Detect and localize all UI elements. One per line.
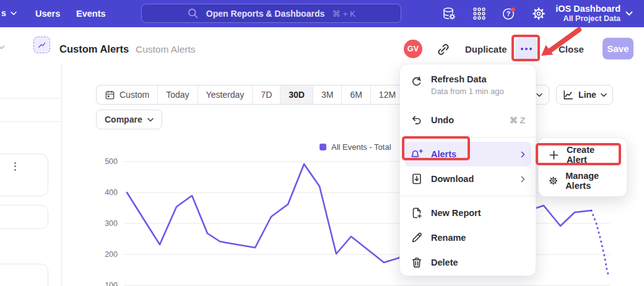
search-bar[interactable]: Open Reports & Dashboards ⌘ + K: [141, 4, 401, 23]
notification-dot: [511, 7, 515, 12]
menu-item-undo[interactable]: Undo ⌘ Z: [404, 108, 531, 132]
menu-item-label: Download: [431, 174, 474, 184]
data-management-icon[interactable]: [442, 6, 456, 21]
kebab-menu-icon[interactable]: [14, 160, 16, 172]
toolbar-divider: [546, 38, 546, 59]
refresh-icon: [411, 76, 423, 88]
compare-button[interactable]: Compare: [96, 110, 162, 129]
menu-item-sublabel: Data from 1 min ago: [431, 87, 504, 96]
chevron-right-icon: [521, 151, 525, 158]
save-button[interactable]: Save: [603, 38, 633, 59]
menu-item-label: New Report: [431, 208, 481, 218]
alerts-submenu: Create Alert Manage Alerts: [538, 137, 627, 197]
save-button-label: Save: [607, 43, 629, 54]
report-icon: [33, 37, 50, 53]
menu-item-refresh-data[interactable]: Refresh Data Data from 1 min ago: [404, 71, 531, 108]
date-range-6m[interactable]: 6M: [342, 85, 370, 104]
trash-icon: [411, 256, 423, 269]
menu-item-shortcut: ⌘ Z: [510, 115, 526, 125]
legend-item[interactable]: All Events - Total: [320, 142, 391, 152]
cropped-element-fragment: [0, 45, 5, 50]
pencil-icon: [411, 232, 423, 244]
report-toolbar: Custom Alerts Custom Alerts GV Duplicate…: [0, 27, 644, 64]
page-title: Custom Alerts: [59, 43, 129, 55]
submenu-item-create-alert[interactable]: Create Alert: [544, 142, 622, 168]
date-range-label: Yesterday: [206, 90, 245, 100]
sidebar-card: [0, 205, 48, 229]
legend-label: All Events - Total: [331, 142, 391, 152]
menu-item-delete[interactable]: Delete: [404, 250, 531, 275]
date-range-yesterday[interactable]: Yesterday: [198, 85, 253, 104]
date-range-today[interactable]: Today: [158, 85, 198, 104]
bell-plus-icon: [411, 148, 423, 160]
menu-item-download[interactable]: Download: [404, 167, 531, 191]
chevron-down-icon: [536, 93, 542, 97]
avatar[interactable]: GV: [404, 40, 422, 58]
more-options-button[interactable]: [515, 38, 537, 60]
search-icon: [187, 7, 199, 19]
chevron-down-icon: [601, 93, 607, 97]
top-navigation-bar: s Users Events Open Reports & Dashboards…: [0, 0, 644, 27]
nav-cropped-label: s: [1, 8, 6, 18]
submenu-item-label: Manage Alerts: [565, 171, 617, 191]
chart-type-button[interactable]: Line: [556, 85, 613, 105]
project-title: iOS Dashboard: [549, 3, 620, 14]
line-chart-icon: [562, 89, 574, 101]
chevron-down-icon: [147, 118, 154, 122]
menu-divider: [400, 137, 536, 137]
sidebar-card: [0, 154, 48, 196]
plus-icon: [549, 150, 559, 160]
download-icon: [411, 173, 423, 185]
sidebar-row-divider: [0, 98, 61, 98]
svg-text:500: 500: [105, 157, 118, 166]
menu-item-label: Rename: [431, 233, 466, 243]
sidebar-card: [0, 264, 48, 286]
nav-item-cropped[interactable]: s: [1, 8, 17, 18]
search-placeholder: Open Reports & Dashboards: [206, 9, 324, 19]
undo-icon: [411, 114, 423, 126]
breadcrumb: Custom Alerts: [136, 44, 195, 55]
date-range-custom[interactable]: Custom: [97, 85, 158, 104]
date-range-label: 6M: [350, 90, 362, 100]
menu-item-label: Alerts: [431, 149, 456, 159]
menu-item-new-report[interactable]: New Report: [404, 201, 531, 225]
menu-item-label: Refresh Data: [431, 74, 504, 84]
close-button[interactable]: Close: [559, 44, 584, 54]
settings-gear-icon[interactable]: [531, 6, 546, 21]
project-subtitle: All Project Data: [549, 14, 620, 24]
legend-swatch: [320, 144, 326, 150]
settings-gear-icon: [549, 175, 558, 186]
date-range-30d-selected[interactable]: 30D: [281, 85, 313, 104]
date-range-label: 3M: [321, 90, 333, 100]
date-range-label: Custom: [120, 90, 149, 100]
nav-item-events[interactable]: Events: [76, 9, 106, 19]
menu-item-rename[interactable]: Rename: [404, 225, 531, 250]
chevron-down-icon: [625, 11, 633, 16]
date-range-3m[interactable]: 3M: [313, 85, 342, 104]
menu-item-label: Undo: [431, 115, 454, 125]
help-icon[interactable]: ?: [502, 6, 516, 21]
avatar-initials: GV: [407, 45, 419, 53]
date-range-label: 30D: [289, 90, 305, 100]
svg-text:200: 200: [105, 250, 118, 259]
svg-text:100: 100: [105, 281, 118, 286]
share-link-icon[interactable]: [435, 41, 451, 58]
apps-grid-icon[interactable]: [472, 6, 487, 21]
sidebar-divider: [61, 64, 62, 286]
chevron-right-icon: [521, 176, 525, 183]
more-options-menu: Refresh Data Data from 1 min ago Undo ⌘ …: [399, 64, 536, 276]
nav-item-users[interactable]: Users: [35, 9, 60, 19]
duplicate-button[interactable]: Duplicate: [465, 44, 507, 54]
svg-text:300: 300: [105, 219, 118, 228]
date-range-selector: Custom Today Yesterday 7D 30D 3M 6M 12M: [96, 85, 404, 105]
svg-text:?: ?: [507, 10, 510, 17]
date-range-label: Today: [166, 90, 189, 100]
menu-item-alerts[interactable]: Alerts: [404, 142, 531, 167]
menu-divider: [400, 196, 536, 196]
date-range-7d[interactable]: 7D: [253, 85, 281, 104]
date-range-label: 12M: [379, 90, 396, 100]
submenu-item-manage-alerts[interactable]: Manage Alerts: [544, 168, 622, 194]
project-switcher[interactable]: iOS Dashboard All Project Data: [549, 3, 620, 24]
chevron-down-icon: [11, 11, 17, 15]
svg-text:400: 400: [105, 188, 118, 197]
